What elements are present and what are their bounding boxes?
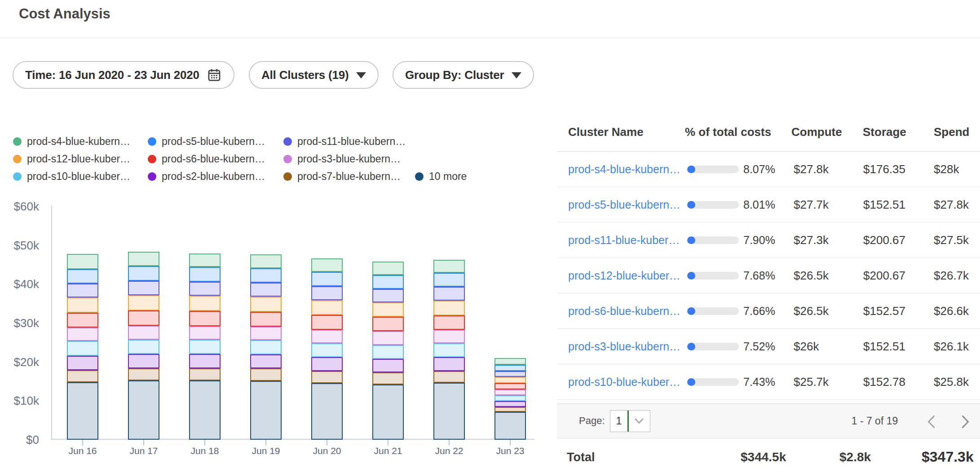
legend-item[interactable]: prod-s10-blue-kuber… bbox=[13, 170, 130, 182]
bar-segment bbox=[494, 358, 526, 365]
cluster-name-link[interactable]: prod-s12-blue-kuber… bbox=[568, 258, 680, 293]
chevron-down-icon bbox=[512, 72, 521, 79]
spend-value: $25.8k bbox=[934, 364, 969, 399]
bar-segment bbox=[311, 315, 343, 330]
bar-segment bbox=[494, 412, 526, 440]
compute-value: $26.5k bbox=[794, 293, 829, 328]
legend-item[interactable]: prod-s11-blue-kubern… bbox=[283, 135, 406, 147]
x-axis-tick bbox=[388, 440, 388, 446]
pct-of-total-value: 7.68% bbox=[743, 258, 775, 293]
compute-value: $27.3k bbox=[794, 223, 829, 258]
legend-item[interactable]: prod-s4-blue-kubern… bbox=[13, 135, 130, 147]
cluster-name-link[interactable]: prod-s6-blue-kubern… bbox=[568, 293, 680, 328]
page-select-value: 1 bbox=[610, 411, 627, 432]
x-axis-tick bbox=[143, 440, 144, 446]
x-axis-label: Jun 22 bbox=[418, 446, 481, 456]
legend-label: prod-s7-blue-kubern… bbox=[297, 170, 401, 183]
legend-item[interactable]: prod-s12-blue-kuber… bbox=[13, 153, 130, 165]
bar-segment bbox=[189, 354, 221, 368]
legend-item[interactable]: prod-s7-blue-kubern… bbox=[283, 170, 401, 182]
previous-page-button[interactable] bbox=[927, 415, 936, 430]
bar-segment bbox=[128, 326, 159, 340]
bar-segment bbox=[372, 359, 404, 372]
legend-dot-icon bbox=[283, 137, 292, 146]
bar-segment bbox=[433, 273, 465, 287]
bar-segment bbox=[67, 254, 98, 270]
y-axis-label: $50k bbox=[0, 239, 39, 253]
pct-of-total-bar-fill bbox=[687, 272, 695, 280]
legend-label: prod-s4-blue-kubern… bbox=[27, 135, 130, 148]
legend-item[interactable]: prod-s3-blue-kubern… bbox=[283, 153, 401, 165]
legend-item[interactable]: prod-s5-blue-kubern… bbox=[148, 135, 265, 147]
bar-segment bbox=[67, 297, 98, 313]
bar-segment bbox=[494, 407, 526, 412]
bar-segment bbox=[250, 283, 282, 297]
pct-of-total-value: 7.66% bbox=[743, 293, 775, 328]
pct-of-total-bar bbox=[687, 201, 739, 209]
bar-segment bbox=[433, 260, 465, 273]
bar-segment bbox=[189, 282, 221, 296]
col-header-storage: Storage bbox=[863, 125, 906, 139]
bar-segment bbox=[67, 313, 98, 328]
total-spend: $347.3k bbox=[922, 449, 974, 465]
bar-segment bbox=[128, 354, 159, 368]
pct-of-total-bar-fill bbox=[687, 343, 695, 350]
time-range-filter[interactable]: Time: 16 Jun 2020 - 23 Jun 2020 bbox=[13, 61, 234, 89]
bar-segment bbox=[311, 383, 343, 440]
pct-of-total-bar-fill bbox=[687, 236, 695, 244]
pct-of-total-bar bbox=[687, 166, 739, 173]
cluster-name-link[interactable]: prod-s10-blue-kuber… bbox=[568, 364, 680, 399]
legend-item[interactable]: prod-s6-blue-kubern… bbox=[148, 153, 265, 165]
bar-segment bbox=[250, 312, 282, 327]
table-row: prod-s3-blue-kubern…7.52%$26k$152.51$26.… bbox=[557, 329, 980, 364]
bar-segment bbox=[128, 295, 159, 311]
legend-label: prod-s10-blue-kuber… bbox=[27, 170, 130, 183]
legend-dot-icon bbox=[13, 172, 22, 181]
stacked-bar-chart: $0$10k$20k$30k$40k$50k$60kJun 16Jun 17Ju… bbox=[0, 197, 561, 472]
cluster-name-link[interactable]: prod-s5-blue-kubern… bbox=[568, 187, 680, 222]
bar-segment bbox=[67, 341, 98, 356]
legend-item[interactable]: 10 more bbox=[415, 170, 467, 182]
spend-value: $28k bbox=[934, 152, 959, 187]
page-select[interactable]: 1 bbox=[610, 410, 650, 432]
time-range-label: Time: 16 Jun 2020 - 23 Jun 2020 bbox=[25, 68, 199, 82]
compute-value: $27.8k bbox=[794, 152, 829, 187]
bar-segment bbox=[311, 330, 343, 343]
pct-of-total-bar bbox=[687, 236, 739, 244]
next-page-button[interactable] bbox=[961, 415, 970, 430]
legend-item[interactable]: prod-s2-blue-kubern… bbox=[148, 170, 265, 182]
bar-segment bbox=[372, 289, 404, 302]
bar-segment bbox=[189, 326, 221, 340]
bar-segment bbox=[372, 275, 404, 289]
x-axis-tick bbox=[449, 440, 450, 446]
spend-value: $26.6k bbox=[934, 293, 969, 328]
col-header-spend: Spend bbox=[934, 125, 969, 139]
cluster-name-link[interactable]: prod-s3-blue-kubern… bbox=[568, 329, 680, 364]
legend-label: prod-s11-blue-kubern… bbox=[297, 135, 406, 148]
compute-value: $25.7k bbox=[794, 364, 829, 399]
legend-label: prod-s5-blue-kubern… bbox=[162, 135, 265, 148]
clusters-filter[interactable]: All Clusters (19) bbox=[249, 61, 379, 89]
legend-label: prod-s6-blue-kubern… bbox=[162, 153, 265, 165]
bar-segment bbox=[372, 331, 404, 345]
cluster-name-link[interactable]: prod-s11-blue-kuber… bbox=[568, 223, 680, 258]
bar-segment bbox=[433, 287, 465, 300]
table-row: prod-s4-blue-kubern…8.07%$27.8k$176.35$2… bbox=[557, 152, 980, 187]
bar-segment bbox=[494, 395, 526, 401]
compute-value: $27.7k bbox=[794, 187, 829, 222]
bar-segment bbox=[311, 258, 343, 272]
bar-segment bbox=[372, 345, 404, 359]
cluster-name-link[interactable]: prod-s4-blue-kubern… bbox=[568, 152, 680, 187]
compute-value: $26k bbox=[794, 329, 819, 364]
legend-label: 10 more bbox=[429, 170, 467, 183]
bar-segment bbox=[67, 328, 98, 341]
clusters-filter-label: All Clusters (19) bbox=[261, 68, 349, 82]
table-row: prod-s11-blue-kuber…7.90%$27.3k$200.67$2… bbox=[557, 223, 980, 258]
pagination-range: 1 - 7 of 19 bbox=[835, 404, 914, 438]
total-compute: $344.5k bbox=[741, 450, 786, 464]
total-label: Total bbox=[567, 450, 595, 464]
group-by-filter[interactable]: Group By: Cluster bbox=[393, 61, 534, 89]
bar-segment bbox=[494, 365, 526, 371]
x-axis-tick bbox=[327, 440, 327, 446]
legend-dot-icon bbox=[283, 172, 292, 181]
